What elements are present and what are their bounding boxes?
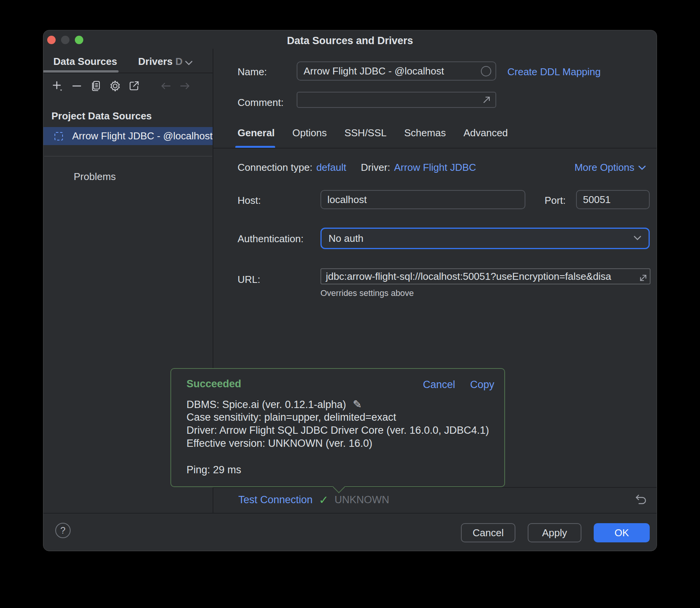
window-title: Data Sources and Drivers [43, 35, 657, 47]
problems-item[interactable]: Problems [74, 171, 116, 183]
popup-line-ping: Ping: 29 ms [187, 464, 241, 476]
url-label: URL: [238, 274, 260, 286]
create-ddl-mapping-link[interactable]: Create DDL Mapping [507, 66, 601, 78]
settings-tabs: General Options SSH/SSL Schemas Advanced [238, 127, 508, 139]
datasource-list-item-selected[interactable]: Arrow Flight JDBC - @localhost [43, 127, 213, 145]
success-check-icon: ✓ [319, 493, 329, 507]
host-label: Host: [238, 195, 261, 207]
popup-tail [332, 480, 345, 493]
tab-drivers[interactable]: Drivers [138, 56, 173, 68]
comment-input[interactable] [297, 92, 496, 108]
apply-button[interactable]: Apply [528, 523, 581, 542]
back-icon[interactable] [159, 79, 172, 93]
undo-icon[interactable] [634, 492, 648, 507]
url-value: jdbc:arrow-flight-sql://localhost:50051?… [321, 271, 637, 283]
url-hint: Overrides settings above [320, 288, 414, 298]
progress-circle-icon [481, 66, 491, 76]
remove-icon[interactable] [70, 79, 83, 93]
authentication-value: No auth [329, 233, 363, 245]
expand-comment-icon[interactable] [481, 94, 492, 106]
test-connection-row: Test Connection ✓ UNKNOWN [238, 493, 389, 507]
chevron-down-icon [637, 165, 647, 171]
datasource-toolbar [51, 79, 206, 93]
authentication-label: Authentication: [238, 233, 304, 245]
data-sources-dialog: Data Sources and Drivers Data Sources Dr… [43, 30, 657, 551]
popup-line-dbms: DBMS: Spice.ai (ver. 0.12.1-alpha) ✎ [187, 398, 362, 411]
export-icon[interactable] [128, 79, 141, 93]
port-input[interactable] [576, 190, 650, 209]
tabs-separator [213, 148, 657, 149]
popup-cancel-link[interactable]: Cancel [423, 379, 455, 391]
tab-schemas[interactable]: Schemas [404, 127, 446, 139]
connection-type-label: Connection type: [238, 162, 312, 173]
tab-ssh-ssl[interactable]: SSH/SSL [344, 127, 386, 139]
popup-line-case-sensitivity: Case sensitivity: plain=upper, delimited… [187, 411, 396, 423]
tab-data-sources[interactable]: Data Sources [53, 56, 117, 68]
gear-icon[interactable] [109, 79, 122, 93]
status-row-divider [213, 487, 657, 488]
driver-value-link[interactable]: Arrow Flight JDBC [394, 162, 476, 173]
host-input[interactable] [320, 190, 525, 209]
more-options-label: More Options [575, 162, 634, 173]
status-succeeded: Succeeded [187, 378, 241, 390]
port-label: Port: [545, 195, 566, 207]
popup-copy-link[interactable]: Copy [470, 379, 494, 391]
left-tabs-divider [43, 73, 213, 73]
dbms-text: DBMS: Spice.ai (ver. 0.12.1-alpha) [187, 399, 346, 410]
chevron-down-icon[interactable] [184, 59, 194, 66]
cancel-button[interactable]: Cancel [461, 523, 515, 542]
chevron-down-icon [632, 235, 642, 242]
authentication-select[interactable]: No auth [320, 228, 650, 249]
expand-url-icon[interactable] [637, 271, 650, 284]
popup-line-driver: Driver: Arrow Flight SQL JDBC Driver Cor… [187, 425, 489, 436]
more-options-dropdown[interactable]: More Options [575, 162, 647, 173]
name-label: Name: [238, 66, 267, 78]
edit-pencil-icon[interactable]: ✎ [353, 398, 362, 410]
tab-general[interactable]: General [238, 127, 275, 139]
tab-advanced[interactable]: Advanced [464, 127, 508, 139]
tab-overflow-truncated[interactable]: D [175, 56, 183, 68]
datasource-item-label: Arrow Flight JDBC - @localhost [72, 130, 213, 142]
tab-options[interactable]: Options [292, 127, 327, 139]
datasource-icon [54, 132, 63, 140]
forward-icon[interactable] [178, 79, 192, 93]
add-icon[interactable] [51, 79, 64, 93]
list-divider [44, 156, 212, 157]
popup-line-effective-version: Effective version: UNKNOWN (ver. 16.0) [187, 438, 372, 449]
connection-type-row: Connection type: default Driver: Arrow F… [238, 162, 476, 173]
connection-result-text: UNKNOWN [335, 494, 390, 506]
project-data-sources-header: Project Data Sources [51, 110, 152, 122]
comment-label: Comment: [238, 97, 284, 109]
connection-type-value-link[interactable]: default [316, 162, 346, 173]
help-button[interactable]: ? [55, 523, 71, 538]
ok-button[interactable]: OK [594, 523, 650, 542]
footer-divider [43, 513, 657, 514]
name-input[interactable] [297, 61, 496, 81]
duplicate-icon[interactable] [89, 79, 102, 93]
test-connection-result-popup: Succeeded Cancel Copy DBMS: Spice.ai (ve… [170, 368, 505, 487]
test-connection-link[interactable]: Test Connection [238, 494, 313, 506]
url-input[interactable]: jdbc:arrow-flight-sql://localhost:50051?… [320, 268, 650, 284]
driver-label: Driver: [361, 162, 390, 173]
